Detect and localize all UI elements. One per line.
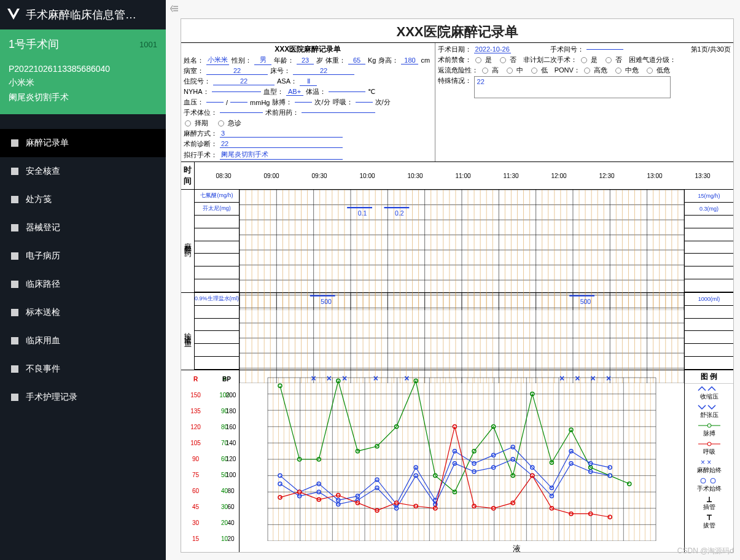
header-right: 手术日期：2022-10-26 手术间号： 第1页/共30页 术前禁食：是 否 … (435, 43, 733, 161)
main-area: XXX医院麻醉记录单 XXX医院麻醉记录单 姓名：小米米 性别：男 年龄：23岁… (166, 0, 740, 560)
nav-item-4[interactable]: 电子病历 (0, 242, 166, 270)
svg-text:500: 500 (580, 298, 591, 305)
svg-rect-0 (11, 139, 18, 147)
patient-name: 小米米 (9, 77, 157, 88)
section-fluids: 输液输血 (181, 293, 195, 370)
document: XXX医院麻醉记录单 XXX医院麻醉记录单 姓名：小米米 性别：男 年龄：23岁… (181, 18, 734, 553)
nav-item-9[interactable]: 手术护理记录 (0, 383, 166, 411)
app-logo-row: 手术麻醉临床信息管… (0, 0, 166, 29)
special-box[interactable]: 22 (474, 76, 671, 98)
svg-text:×: × (311, 373, 316, 383)
svg-rect-8 (11, 365, 18, 373)
svg-rect-7 (11, 337, 18, 344)
time-label: 时 间 (181, 162, 195, 189)
svg-text:0.2: 0.2 (395, 209, 404, 217)
nav-item-3[interactable]: 器械登记 (0, 214, 166, 242)
room-card: 1号手术间 1001 P20221026113385686040 小米米 阑尾炎… (0, 29, 166, 114)
svg-rect-6 (11, 309, 18, 316)
svg-text:×: × (373, 373, 378, 383)
radio-emergency[interactable] (218, 120, 224, 126)
drug-totals: 15(mg/h)0.3(mg) (684, 190, 733, 292)
app-title: 手术麻醉临床信息管… (26, 7, 136, 22)
svg-text:× ×: × × (701, 459, 711, 466)
svg-text:500: 500 (321, 298, 332, 305)
svg-point-347 (707, 424, 711, 427)
doc-title: XXX医院麻醉记录单 (181, 19, 733, 42)
patient-id: P20221026113385686040 (9, 64, 157, 74)
svg-text:×: × (404, 373, 409, 383)
fluid-names: 0.9%生理盐水(ml) (195, 293, 240, 370)
section-drugs: 麻醉用药 (181, 190, 195, 292)
svg-text:×: × (327, 373, 332, 383)
nav-item-0[interactable]: 麻醉记录单 (0, 129, 166, 157)
sidebar: 手术麻醉临床信息管… 1号手术间 1001 P20221026113385686… (0, 0, 166, 560)
fluid-grid: 500500 (240, 293, 684, 370)
time-axis: 08:3009:0009:3010:0010:3011:0011:3012:00… (195, 162, 734, 189)
legend: 图 例 收缩压舒张压脉搏呼吸× ×麻醉始终手术始终插管拔管 (684, 370, 733, 553)
nav-item-6[interactable]: 标本送检 (0, 298, 166, 327)
toolbar (166, 0, 740, 18)
drug-names: 七氟醚(mg/h)芬太尼(mg) (195, 190, 240, 292)
collapse-icon[interactable] (169, 4, 178, 15)
nav-item-1[interactable]: 安全核查 (0, 157, 166, 185)
watermark: CSDN @淘源码d (677, 546, 734, 556)
svg-text:×: × (559, 373, 564, 383)
svg-point-349 (707, 442, 711, 446)
radio-elective[interactable] (185, 120, 191, 126)
svg-text:0.1: 0.1 (358, 209, 367, 217)
room-num: 1001 (139, 40, 157, 49)
drug-grid: 0.10.2 (240, 190, 684, 292)
svg-rect-1 (11, 168, 18, 175)
svg-point-351 (701, 478, 706, 483)
logo-icon (6, 7, 21, 22)
svg-rect-3 (11, 224, 18, 231)
vital-chart: ××××××××× (240, 370, 684, 541)
svg-point-352 (711, 478, 715, 483)
nav-item-2[interactable]: 处方笺 (0, 185, 166, 214)
svg-text:×: × (575, 373, 580, 383)
nav-item-5[interactable]: 临床路径 (0, 270, 166, 298)
nav-item-7[interactable]: 临床用血 (0, 327, 166, 355)
patient-surgery: 阑尾炎切割手术 (9, 92, 157, 103)
hdr-subtitle: XXX医院麻醉记录单 (184, 44, 432, 55)
svg-text:×: × (606, 373, 611, 383)
svg-rect-2 (11, 196, 18, 203)
svg-rect-9 (11, 394, 18, 401)
fluid-totals: 1000(ml) (684, 293, 733, 370)
header-left: XXX医院麻醉记录单 姓名：小米米 性别：男 年龄：23岁 体重：65Kg 身高… (181, 43, 435, 161)
nav-list: 麻醉记录单安全核查处方笺器械登记电子病历临床路径标本送检临床用血不良事件手术护理… (0, 114, 166, 411)
liquid-tag: 液 (513, 543, 521, 553)
svg-rect-4 (11, 252, 18, 260)
nav-item-8[interactable]: 不良事件 (0, 355, 166, 383)
svg-text:×: × (342, 373, 347, 383)
svg-point-282 (628, 482, 631, 486)
svg-rect-5 (11, 281, 18, 288)
svg-text:×: × (591, 373, 596, 383)
room-name: 1号手术间 (9, 37, 59, 52)
